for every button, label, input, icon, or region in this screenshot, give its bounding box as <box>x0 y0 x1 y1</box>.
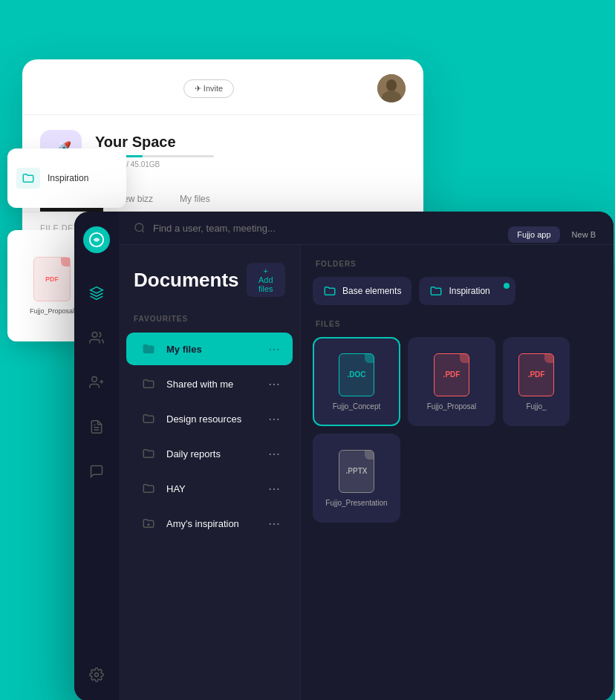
files-grid: .DOC Fujjo_Concept .PDF Fujjo_Proposal <box>301 337 614 426</box>
main-content: Documents + Add files Fujjo app New B FA… <box>119 212 614 700</box>
folder-icon <box>138 340 159 358</box>
folder-icon-inspiration <box>429 284 443 298</box>
folder-icon-design <box>138 410 159 428</box>
pdf-file-icon: PDF <box>33 257 71 301</box>
file-card-third[interactable]: .PDF Fujjo_ <box>503 337 570 426</box>
folder-icon-shared <box>138 375 159 393</box>
sidebar-item-file[interactable] <box>85 415 108 439</box>
file-card-presentation[interactable]: .PPTX Fujjo_Presentation <box>313 434 400 523</box>
files-section-label: FILES <box>301 305 614 337</box>
file-name-third: Fujjo_ <box>526 402 546 410</box>
inspiration-folder-icon <box>16 168 40 189</box>
sidebar <box>74 212 119 700</box>
folder-options-amy[interactable]: ⋯ <box>268 517 281 531</box>
folder-item-daily-reports[interactable]: Daily reports ⋯ <box>126 437 293 470</box>
pdf-icon-third: .PDF <box>518 353 554 396</box>
app-logo[interactable] <box>83 226 110 253</box>
folder-icon-base-elements <box>323 284 336 298</box>
sidebar-item-layers[interactable] <box>85 281 108 305</box>
folder-name-shared: Shared with me <box>166 379 261 390</box>
inspiration-label: Inspiration <box>48 173 88 183</box>
folder-name-daily-reports: Daily reports <box>166 448 261 459</box>
folder-options-hay[interactable]: ⋯ <box>268 482 281 496</box>
doc-icon-concept: .DOC <box>339 353 374 396</box>
folder-options-design[interactable]: ⋯ <box>268 412 281 426</box>
folder-item-design[interactable]: Design resources ⋯ <box>126 402 293 435</box>
svg-point-1 <box>386 79 397 91</box>
sidebar-item-message[interactable] <box>85 459 108 483</box>
right-panel: FOLDERS Base elements Inspir <box>301 245 614 700</box>
folder-name-hay: HAY <box>166 483 261 494</box>
file-name-proposal: Fujjo_Proposal <box>427 402 477 410</box>
file-name-presentation: Fujjo_Presentation <box>325 499 387 507</box>
sidebar-item-users[interactable] <box>85 326 108 350</box>
folder-notification-dot <box>504 283 510 289</box>
folder-item-shared[interactable]: Shared with me ⋯ <box>126 367 293 400</box>
avatar <box>377 74 406 102</box>
svg-point-6 <box>95 673 99 677</box>
files-grid-row2: .PPTX Fujjo_Presentation <box>301 434 614 523</box>
favourites-label: FAVOURITES <box>119 309 300 330</box>
file-name-concept: Fujjo_Concept <box>333 402 380 410</box>
pptx-icon-presentation: .PPTX <box>339 450 374 493</box>
folder-card-name-base-elements: Base elements <box>342 286 401 296</box>
file-card-concept[interactable]: .DOC Fujjo_Concept <box>313 337 400 426</box>
documents-title: Documents <box>134 269 239 292</box>
add-files-button[interactable]: + Add files <box>247 263 285 297</box>
folder-item-amy[interactable]: Amy's inspiration ⋯ <box>126 507 293 540</box>
sidebar-item-user-plus[interactable] <box>85 370 108 394</box>
main-panel: Documents + Add files Fujjo app New B FA… <box>74 212 614 700</box>
svg-point-7 <box>135 223 143 232</box>
folder-icon-hay <box>138 480 159 497</box>
search-icon <box>134 222 146 234</box>
folder-icon-daily-reports <box>138 445 159 462</box>
folder-icon-amy <box>138 514 159 532</box>
pdf-icon-proposal: .PDF <box>434 353 469 396</box>
folder-item-my-files[interactable]: My files ⋯ <box>126 333 293 365</box>
documents-header: Documents + Add files <box>119 245 300 309</box>
invite-button[interactable]: ✈ Invite <box>183 79 234 98</box>
inspiration-card: Inspiration <box>7 148 126 208</box>
folder-options-daily-reports[interactable]: ⋯ <box>268 447 281 461</box>
sidebar-item-settings[interactable] <box>85 663 108 687</box>
folder-card-name-inspiration: Inspiration <box>449 286 489 296</box>
tab-my-files[interactable]: My files <box>166 186 224 212</box>
folders-grid: Base elements Inspiration <box>301 277 614 305</box>
file-card-proposal[interactable]: .PDF Fujjo_Proposal <box>408 337 495 426</box>
folder-name-design: Design resources <box>166 413 261 425</box>
content-area: Documents + Add files Fujjo app New B FA… <box>119 245 614 700</box>
folder-name-my-files: My files <box>166 344 261 355</box>
folder-card-base-elements[interactable]: Base elements <box>313 277 411 305</box>
left-panel: Documents + Add files Fujjo app New B FA… <box>119 245 301 700</box>
folder-options-shared[interactable]: ⋯ <box>268 377 281 391</box>
folder-item-hay[interactable]: HAY ⋯ <box>126 472 293 505</box>
pdf-filename: Fujjo_Proposal <box>30 307 74 315</box>
folder-name-amy: Amy's inspiration <box>166 518 261 529</box>
folder-card-inspiration[interactable]: Inspiration <box>419 277 515 305</box>
folder-options-my-files[interactable]: ⋯ <box>268 342 281 356</box>
